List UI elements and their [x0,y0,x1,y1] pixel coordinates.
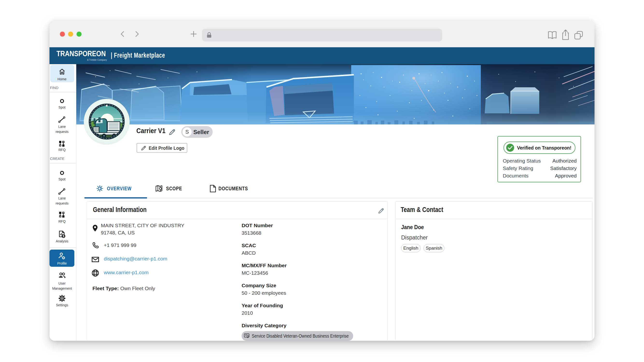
svg-text:$: $ [63,234,64,238]
